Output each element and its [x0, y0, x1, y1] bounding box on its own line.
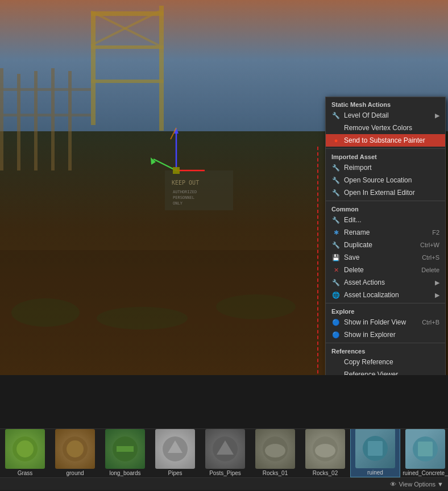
menu-item-edit[interactable]: 🔧 Edit... [326, 214, 445, 226]
menu-label-send-substance: Send to Substance Painter [344, 136, 439, 144]
section-header-imported: Imported Asset [326, 151, 445, 161]
view-options-button[interactable]: 👁 View Options ▼ [390, 481, 443, 488]
svg-point-34 [67, 440, 84, 457]
arrow-asset-loc: ▶ [435, 292, 439, 299]
menu-label-show-explorer: Show in Explorer [344, 331, 439, 339]
menu-label-delete: Delete [344, 266, 417, 274]
menu-label-remove-vertex: Remove Vertex Colors [344, 124, 439, 132]
menu-item-open-external[interactable]: 🔧 Open In External Editor [326, 186, 445, 199]
eye-icon: 👁 [390, 481, 396, 488]
svg-rect-10 [51, 68, 55, 170]
asset-item-pipes[interactable]: Pipes [150, 429, 200, 477]
svg-rect-17 [0, 250, 324, 375]
menu-label-asset-actions: Asset Actions [344, 278, 433, 286]
svg-text:PERSONNEL: PERSONNEL [173, 195, 194, 200]
menu-item-reference-viewer[interactable]: Reference Viewer... [326, 368, 445, 375]
asset-actions-icon: 🔧 [331, 278, 341, 287]
menu-item-duplicate[interactable]: 🔧 Duplicate Ctrl+W [326, 239, 445, 251]
asset-item-ground[interactable]: ground [50, 429, 100, 477]
section-header-references: References [326, 345, 445, 356]
asset-item-grass[interactable]: Grass [0, 429, 50, 477]
menu-label-duplicate: Duplicate [344, 241, 416, 249]
asset-item-ruined-concrete-1[interactable]: ruined_Concrete_ [400, 429, 448, 477]
asset-thumb-pipes [155, 429, 195, 469]
section-header-static-mesh: Static Mesh Actions [326, 98, 445, 109]
shortcut-rename: F2 [432, 229, 439, 236]
menu-label-open-source: Open Source Location [344, 176, 439, 184]
menu-item-show-folder-view[interactable]: 🔵 Show in Folder View Ctrl+B [326, 316, 445, 328]
context-menu: Static Mesh Actions 🔧 Level Of Detail ▶ … [325, 97, 446, 375]
asset-thumb-grass [5, 429, 45, 469]
menu-label-level-of-detail: Level Of Detail [344, 111, 433, 119]
asset-label-grass: Grass [1, 470, 49, 476]
menu-item-send-to-substance[interactable]: ● Send to Substance Painter [326, 134, 445, 147]
asset-label-ground: ground [51, 470, 99, 476]
viewport: KEEP OUT AUTHORIZED PERSONNEL ONLY Stati… [0, 0, 448, 375]
wrench-icon-external: 🔧 [331, 188, 341, 197]
asset-item-long-boards[interactable]: long_boards [100, 429, 150, 477]
asset-bar-bottom: 👁 View Options ▼ [0, 477, 448, 490]
separator-2 [326, 201, 445, 201]
svg-text:ONLY: ONLY [173, 201, 183, 206]
asset-item-posts-pipes[interactable]: Posts_Pipes [200, 429, 250, 477]
wrench-icon-source: 🔧 [331, 176, 341, 185]
menu-item-save[interactable]: 💾 Save Ctrl+S [326, 251, 445, 264]
asset-bar: Grass ground long_boards Pipes Posts_Pip… [0, 428, 448, 491]
menu-label-asset-localization: Asset Localization [344, 291, 433, 299]
delete-icon: ✕ [331, 265, 341, 274]
svg-rect-11 [68, 71, 72, 170]
shortcut-duplicate: Ctrl+W [420, 242, 439, 248]
asset-thumb-rocks1 [255, 429, 295, 469]
asset-thumbnails: Grass ground long_boards Pipes Posts_Pip… [0, 429, 448, 477]
separator-1 [326, 148, 445, 149]
menu-item-show-in-explorer[interactable]: 🔵 Show in Explorer [326, 328, 445, 341]
menu-label-save: Save [344, 253, 417, 261]
wrench-icon-edit: 🔧 [331, 215, 341, 224]
svg-rect-4 [91, 80, 164, 83]
asset-thumb-rocks2 [305, 429, 345, 469]
separator-4 [326, 343, 445, 343]
menu-label-reimport: Reimport [344, 164, 439, 172]
svg-rect-1 [159, 6, 164, 131]
menu-item-copy-reference[interactable]: Copy Reference [326, 356, 445, 368]
asset-thumb-boards [105, 429, 145, 469]
asset-item-rocks-01[interactable]: Rocks_01 [250, 429, 300, 477]
menu-item-reimport[interactable]: 🔧 Reimport [326, 161, 445, 174]
context-border-line [317, 147, 318, 375]
asset-item-rocks-02[interactable]: Rocks_02 [300, 429, 350, 477]
asset-thumb-posts [205, 429, 245, 469]
wrench-icon-reimport: 🔧 [331, 163, 341, 172]
svg-point-44 [315, 444, 335, 457]
svg-text:AUTHORIZED: AUTHORIZED [173, 190, 197, 194]
menu-label-open-external: Open In External Editor [344, 189, 439, 197]
svg-point-42 [265, 444, 285, 457]
arrow-icon-lod: ▶ [435, 112, 439, 119]
rename-icon: ✱ [331, 228, 341, 237]
save-icon: 💾 [331, 253, 341, 262]
menu-label-show-folder: Show in Folder View [344, 318, 417, 326]
asset-item-ruined[interactable]: ruined [350, 429, 400, 477]
menu-item-delete[interactable]: ✕ Delete Delete [326, 264, 445, 276]
menu-item-rename[interactable]: ✱ Rename F2 [326, 226, 445, 239]
menu-label-edit: Edit... [344, 216, 439, 224]
view-options-label: View Options ▼ [399, 481, 443, 488]
arrow-asset-actions: ▶ [435, 279, 439, 286]
menu-item-remove-vertex-colors[interactable]: Remove Vertex Colors [326, 122, 445, 134]
globe-icon: 🌐 [331, 290, 341, 299]
menu-item-level-of-detail[interactable]: 🔧 Level Of Detail ▶ [326, 109, 445, 122]
menu-item-asset-actions[interactable]: 🔧 Asset Actions ▶ [326, 276, 445, 289]
menu-item-asset-localization[interactable]: 🌐 Asset Localization ▶ [326, 289, 445, 301]
asset-label-rocks2: Rocks_02 [301, 470, 349, 476]
svg-rect-29 [173, 167, 180, 174]
asset-label-boards: long_boards [101, 470, 149, 476]
svg-rect-3 [91, 45, 164, 49]
transform-gizmo[interactable] [148, 125, 205, 182]
asset-thumb-ground [55, 429, 95, 469]
menu-item-open-source-location[interactable]: 🔧 Open Source Location [326, 174, 445, 186]
shortcut-folder-view: Ctrl+B [422, 319, 439, 326]
asset-thumb-ruined-c1 [405, 429, 445, 469]
svg-rect-12 [0, 88, 91, 91]
separator-3 [326, 303, 445, 303]
shortcut-save: Ctrl+S [422, 254, 439, 261]
shortcut-delete: Delete [421, 267, 439, 273]
